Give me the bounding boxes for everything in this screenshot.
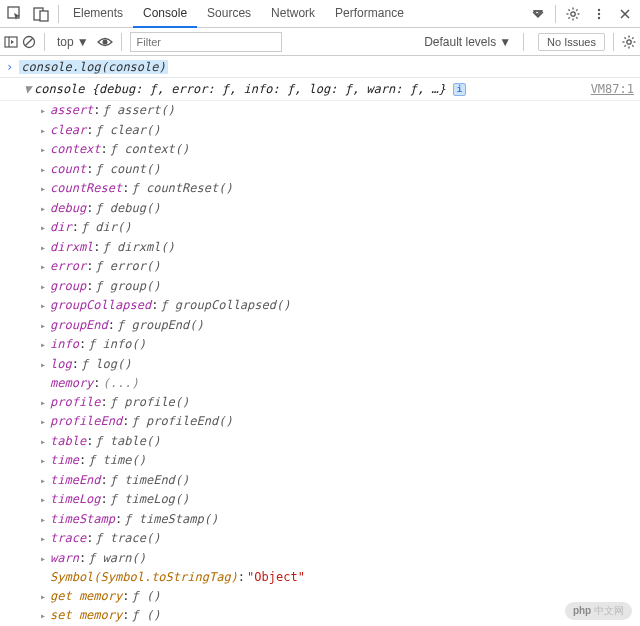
levels-dropdown[interactable]: Default levels▼ <box>420 33 515 51</box>
tab-bar: Elements Console Sources Network Perform… <box>63 0 525 28</box>
filter-input[interactable] <box>130 32 282 52</box>
more-tabs-icon[interactable] <box>525 1 551 27</box>
property-row[interactable]: ▸time: ƒ time() <box>40 451 640 471</box>
expand-icon[interactable]: ▸ <box>40 239 50 258</box>
source-link[interactable]: VM87:1 <box>591 82 634 96</box>
svg-line-10 <box>568 17 569 18</box>
property-row[interactable]: ▸timeStamp: ƒ timeStamp() <box>40 510 640 530</box>
expand-icon[interactable]: ▸ <box>40 122 50 141</box>
property-row[interactable]: ▸clear: ƒ clear() <box>40 121 640 141</box>
gear-icon[interactable] <box>622 35 636 49</box>
property-row[interactable]: ▸trace: ƒ trace() <box>40 529 640 549</box>
svg-line-25 <box>624 37 625 38</box>
expand-icon[interactable]: ▼ <box>24 82 34 96</box>
expand-icon[interactable]: ▸ <box>40 161 50 180</box>
property-name: context <box>50 140 101 159</box>
tab-console[interactable]: Console <box>133 0 197 28</box>
inspect-icon[interactable] <box>2 1 28 27</box>
property-value: ƒ groupEnd() <box>117 316 204 335</box>
property-row[interactable]: ▸context: ƒ context() <box>40 140 640 160</box>
property-value: ƒ () <box>131 606 160 625</box>
property-row[interactable]: memory: (...) <box>40 374 640 393</box>
close-icon[interactable] <box>612 1 638 27</box>
expand-icon[interactable]: ▸ <box>40 356 50 375</box>
property-name: count <box>50 160 86 179</box>
expand-icon[interactable]: ▸ <box>40 394 50 413</box>
device-toggle-icon[interactable] <box>28 1 54 27</box>
property-row[interactable]: ▸profileEnd: ƒ profileEnd() <box>40 412 640 432</box>
clear-console-icon[interactable] <box>22 35 36 49</box>
object-summary[interactable]: console {debug: ƒ, error: ƒ, info: ƒ, lo… <box>34 82 591 96</box>
property-row[interactable]: ▸groupCollapsed: ƒ groupCollapsed() <box>40 296 640 316</box>
expand-icon[interactable]: ▸ <box>40 491 50 510</box>
property-row[interactable]: ▸log: ƒ log() <box>40 355 640 375</box>
property-row[interactable]: Symbol(Symbol.toStringTag): "Object" <box>40 568 640 587</box>
expand-icon[interactable]: ▸ <box>40 452 50 471</box>
property-row[interactable]: ▸assert: ƒ assert() <box>40 101 640 121</box>
property-row[interactable]: ▸info: ƒ info() <box>40 335 640 355</box>
expand-icon[interactable]: ▸ <box>40 336 50 355</box>
gear-icon[interactable] <box>560 1 586 27</box>
property-value: ƒ timeStamp() <box>124 510 218 529</box>
property-value: "Object" <box>247 568 305 587</box>
svg-point-20 <box>627 39 631 43</box>
expand-icon[interactable]: ▸ <box>40 607 50 626</box>
property-row[interactable]: ▸table: ƒ table() <box>40 432 640 452</box>
toolbar-end <box>525 1 638 27</box>
expand-icon[interactable]: ▸ <box>40 530 50 549</box>
kebab-icon[interactable] <box>586 1 612 27</box>
tab-network[interactable]: Network <box>261 0 325 28</box>
property-row[interactable]: ▸debug: ƒ debug() <box>40 199 640 219</box>
expand-icon[interactable]: ▸ <box>40 472 50 491</box>
property-row[interactable]: ▸profile: ƒ profile() <box>40 393 640 413</box>
expand-icon[interactable]: ▸ <box>40 141 50 160</box>
expand-icon[interactable]: ▸ <box>40 317 50 336</box>
expand-icon[interactable]: ▸ <box>40 278 50 297</box>
property-row[interactable]: ▸countReset: ƒ countReset() <box>40 179 640 199</box>
expand-icon[interactable]: ▸ <box>40 433 50 452</box>
tab-elements[interactable]: Elements <box>63 0 133 28</box>
main-toolbar: Elements Console Sources Network Perform… <box>0 0 640 28</box>
property-row[interactable]: ▸warn: ƒ warn() <box>40 549 640 569</box>
expand-icon[interactable]: ▸ <box>40 180 50 199</box>
info-icon[interactable]: i <box>453 83 466 96</box>
property-row[interactable]: ▸get memory: ƒ () <box>40 587 640 607</box>
tab-performance[interactable]: Performance <box>325 0 414 28</box>
eye-icon[interactable] <box>97 36 113 48</box>
property-row[interactable]: ▸dir: ƒ dir() <box>40 218 640 238</box>
property-row[interactable]: ▸groupEnd: ƒ groupEnd() <box>40 316 640 336</box>
issues-button[interactable]: No Issues <box>538 33 605 51</box>
property-value: ƒ dir() <box>81 218 132 237</box>
property-value: ƒ trace() <box>95 529 160 548</box>
expand-icon[interactable]: ▸ <box>40 200 50 219</box>
expand-icon[interactable]: ▸ <box>40 550 50 569</box>
property-name: Symbol(Symbol.toStringTag) <box>50 568 238 587</box>
property-row[interactable]: ▸count: ƒ count() <box>40 160 640 180</box>
expand-icon[interactable]: ▸ <box>40 511 50 530</box>
property-list: ▸assert: ƒ assert()▸clear: ƒ clear()▸con… <box>0 101 640 626</box>
chevron-right-icon: › <box>6 60 13 74</box>
tab-sources[interactable]: Sources <box>197 0 261 28</box>
property-name: timeLog <box>50 490 101 509</box>
expand-icon[interactable]: ▸ <box>40 413 50 432</box>
levels-label: Default levels <box>424 35 496 49</box>
svg-point-19 <box>102 39 107 44</box>
expand-icon[interactable]: ▸ <box>40 588 50 607</box>
property-name: warn <box>50 549 79 568</box>
property-name: memory <box>50 374 93 393</box>
property-value: ƒ info() <box>88 335 146 354</box>
property-row[interactable]: ▸dirxml: ƒ dirxml() <box>40 238 640 258</box>
expand-icon[interactable]: ▸ <box>40 297 50 316</box>
sidebar-toggle-icon[interactable] <box>4 35 18 49</box>
context-dropdown[interactable]: top▼ <box>53 33 93 51</box>
property-value: ƒ groupCollapsed() <box>160 296 290 315</box>
property-row[interactable]: ▸group: ƒ group() <box>40 277 640 297</box>
property-row[interactable]: ▸set memory: ƒ () <box>40 606 640 626</box>
property-row[interactable]: ▸error: ƒ error() <box>40 257 640 277</box>
expand-icon[interactable]: ▸ <box>40 219 50 238</box>
expand-icon[interactable]: ▸ <box>40 102 50 121</box>
property-row[interactable]: ▸timeEnd: ƒ timeEnd() <box>40 471 640 491</box>
property-value: (...) <box>103 374 139 393</box>
property-row[interactable]: ▸timeLog: ƒ timeLog() <box>40 490 640 510</box>
expand-icon[interactable]: ▸ <box>40 258 50 277</box>
